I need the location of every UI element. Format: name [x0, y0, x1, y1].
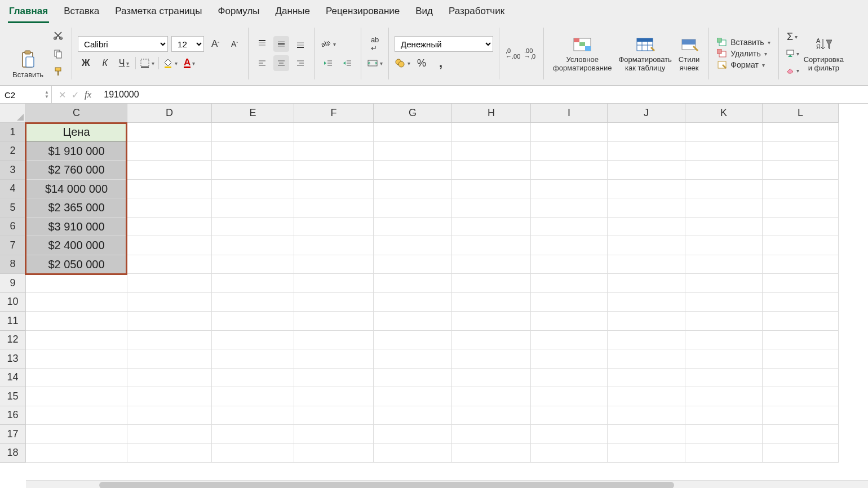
row-header[interactable]: 8	[0, 255, 26, 274]
cell[interactable]	[763, 142, 839, 161]
cell[interactable]	[685, 142, 763, 161]
cell[interactable]	[212, 180, 294, 199]
cell[interactable]	[685, 293, 763, 312]
column-header[interactable]: I	[531, 104, 608, 123]
number-format-select[interactable]: Денежный	[395, 36, 493, 52]
align-middle-button[interactable]	[273, 36, 289, 52]
cell[interactable]: $2 365 000	[26, 198, 127, 218]
menu-tab-4[interactable]: Данные	[274, 3, 311, 23]
column-header[interactable]: F	[294, 104, 374, 123]
cell[interactable]	[763, 312, 839, 331]
row-header[interactable]: 15	[0, 387, 26, 406]
cell[interactable]	[127, 274, 212, 293]
cell[interactable]	[763, 293, 839, 312]
cell[interactable]	[763, 444, 839, 463]
column-header[interactable]: L	[763, 104, 839, 123]
cell[interactable]: $14 000 000	[26, 180, 127, 199]
font-name-select[interactable]: Calibri	[78, 36, 168, 52]
row-header[interactable]: 5	[0, 198, 26, 218]
format-cells-button[interactable]: Формат▾	[715, 59, 772, 70]
fill-color-button[interactable]	[162, 55, 178, 71]
menu-tab-7[interactable]: Разработчик	[448, 3, 506, 23]
cell[interactable]	[452, 123, 531, 142]
increase-decimal-button[interactable]: ,0←.00	[505, 46, 521, 61]
cell[interactable]	[531, 180, 608, 199]
cell[interactable]	[212, 387, 294, 406]
cell[interactable]	[374, 349, 452, 369]
cell[interactable]	[294, 387, 374, 406]
clear-button[interactable]	[785, 63, 800, 78]
cell[interactable]	[374, 444, 452, 463]
cell[interactable]	[212, 236, 294, 255]
cell[interactable]	[531, 198, 608, 218]
cell[interactable]: Цена	[26, 123, 127, 142]
row-header[interactable]: 10	[0, 293, 26, 312]
cell[interactable]	[127, 444, 212, 463]
cell[interactable]	[294, 293, 374, 312]
currency-format-button[interactable]	[395, 55, 410, 71]
orientation-button[interactable]: ab	[320, 36, 336, 52]
cell[interactable]	[685, 161, 763, 180]
cell[interactable]	[26, 369, 127, 388]
cell[interactable]	[452, 142, 531, 161]
cell[interactable]	[531, 349, 608, 369]
merge-button[interactable]	[367, 55, 383, 71]
align-bottom-button[interactable]	[293, 36, 308, 52]
cell[interactable]	[608, 180, 685, 199]
fx-icon[interactable]: fx	[85, 89, 91, 100]
cell[interactable]	[127, 387, 212, 406]
cell[interactable]	[531, 293, 608, 312]
cell[interactable]: $2 050 000	[26, 255, 127, 274]
cell[interactable]	[26, 387, 127, 406]
cell[interactable]	[127, 236, 212, 255]
underline-button[interactable]: Ч	[116, 55, 132, 71]
cell[interactable]	[374, 274, 452, 293]
cell[interactable]	[608, 198, 685, 218]
menu-tab-3[interactable]: Формулы	[217, 3, 261, 23]
cell[interactable]	[452, 425, 531, 444]
column-header[interactable]: K	[685, 104, 763, 123]
cell[interactable]	[374, 425, 452, 444]
cell[interactable]	[26, 331, 127, 350]
increase-font-button[interactable]: Aˆ	[207, 36, 223, 52]
cell[interactable]	[763, 425, 839, 444]
cell[interactable]	[374, 218, 452, 237]
percent-format-button[interactable]: %	[414, 55, 429, 71]
copy-button[interactable]	[50, 46, 66, 61]
cell[interactable]	[452, 161, 531, 180]
align-top-button[interactable]	[254, 36, 270, 52]
cell[interactable]	[127, 198, 212, 218]
column-header[interactable]: G	[374, 104, 452, 123]
cell[interactable]	[212, 161, 294, 180]
cell[interactable]	[127, 123, 212, 142]
cell[interactable]	[294, 180, 374, 199]
cell[interactable]	[127, 349, 212, 369]
sort-filter-button[interactable]: АЯ Сортировка и фильтр	[800, 34, 847, 73]
cell[interactable]	[531, 387, 608, 406]
cell[interactable]	[294, 161, 374, 180]
row-header[interactable]: 2	[0, 142, 26, 161]
format-as-table-button[interactable]: Форматировать как таблицу	[615, 34, 675, 73]
cell[interactable]	[212, 142, 294, 161]
cell[interactable]	[294, 218, 374, 237]
cell[interactable]	[608, 406, 685, 425]
cell[interactable]	[452, 349, 531, 369]
cell[interactable]	[127, 161, 212, 180]
cell[interactable]	[374, 142, 452, 161]
cell[interactable]	[763, 123, 839, 142]
cell[interactable]	[531, 444, 608, 463]
cell[interactable]	[531, 123, 608, 142]
cell[interactable]	[685, 180, 763, 199]
cell[interactable]	[374, 293, 452, 312]
horizontal-scrollbar[interactable]	[26, 480, 868, 488]
cell[interactable]	[763, 349, 839, 369]
cell[interactable]	[531, 255, 608, 274]
cell[interactable]: $2 400 000	[26, 236, 127, 255]
cell[interactable]	[608, 142, 685, 161]
cell[interactable]	[763, 406, 839, 425]
cell[interactable]	[608, 293, 685, 312]
column-header[interactable]: H	[452, 104, 531, 123]
cell[interactable]	[127, 425, 212, 444]
cell[interactable]	[608, 312, 685, 331]
cell[interactable]	[763, 180, 839, 199]
